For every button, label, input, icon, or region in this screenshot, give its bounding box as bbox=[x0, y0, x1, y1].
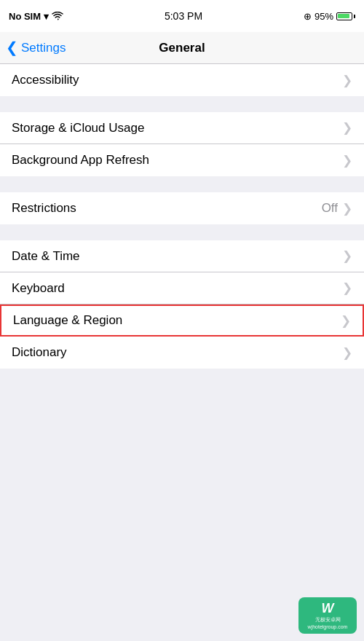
list-section-4: Date & Time ❯ Keyboard ❯ Language & Regi… bbox=[0, 240, 364, 369]
section-storage: Storage & iCloud Usage ❯ Background App … bbox=[0, 112, 364, 176]
status-time: 5:03 PM bbox=[165, 10, 202, 22]
back-button[interactable]: ❮ Settings bbox=[6, 41, 66, 55]
back-chevron-icon: ❮ bbox=[6, 40, 18, 55]
dictionary-right: ❯ bbox=[342, 345, 352, 361]
location-icon: ⊕ bbox=[304, 11, 312, 22]
spacer-2 bbox=[0, 176, 364, 192]
keyboard-chevron-icon: ❯ bbox=[342, 280, 352, 296]
list-item-storage-icloud[interactable]: Storage & iCloud Usage ❯ bbox=[0, 112, 364, 144]
storage-icloud-right: ❯ bbox=[342, 120, 352, 135]
keyboard-label: Keyboard bbox=[12, 281, 65, 296]
list-item-accessibility[interactable]: Accessibility ❯ bbox=[0, 64, 364, 96]
keyboard-right: ❯ bbox=[342, 280, 352, 296]
background-app-chevron-icon: ❯ bbox=[342, 153, 352, 168]
background-app-refresh-label: Background App Refresh bbox=[12, 153, 149, 168]
list-item-restrictions[interactable]: Restrictions Off ❯ bbox=[0, 192, 364, 224]
spacer-1 bbox=[0, 96, 364, 112]
storage-icloud-chevron-icon: ❯ bbox=[342, 120, 352, 135]
battery-icon bbox=[336, 12, 355, 20]
date-time-right: ❯ bbox=[342, 248, 352, 264]
wifi-signal-icon bbox=[52, 12, 63, 20]
status-bar: No SIM ▾ 5:03 PM ⊕ 95% bbox=[0, 0, 364, 32]
section-date-keyboard: Date & Time ❯ Keyboard ❯ Language & Regi… bbox=[0, 240, 364, 369]
section-restrictions: Restrictions Off ❯ bbox=[0, 192, 364, 224]
language-region-chevron-icon: ❯ bbox=[341, 313, 351, 329]
list-item-language-region[interactable]: Language & Region ❯ bbox=[0, 304, 364, 337]
dictionary-label: Dictionary bbox=[12, 345, 67, 360]
list-item-background-app-refresh[interactable]: Background App Refresh ❯ bbox=[0, 144, 364, 176]
restrictions-right: Off ❯ bbox=[322, 201, 352, 216]
nav-bar: ❮ Settings General bbox=[0, 32, 364, 64]
section-accessibility: Accessibility ❯ bbox=[0, 64, 364, 96]
restrictions-chevron-icon: ❯ bbox=[342, 201, 352, 216]
accessibility-label: Accessibility bbox=[12, 73, 79, 87]
battery-percent: 95% bbox=[314, 11, 333, 22]
dictionary-chevron-icon: ❯ bbox=[342, 345, 352, 361]
wifi-icon: ▾ bbox=[44, 11, 49, 22]
page-title: General bbox=[159, 41, 205, 55]
watermark: W 无极安卓网wjhotelgroup.com bbox=[298, 597, 357, 634]
restrictions-value: Off bbox=[322, 201, 338, 216]
carrier-text: No SIM bbox=[9, 11, 41, 22]
list-item-date-time[interactable]: Date & Time ❯ bbox=[0, 240, 364, 272]
language-region-label: Language & Region bbox=[13, 313, 122, 328]
status-carrier: No SIM ▾ bbox=[9, 11, 63, 22]
list-item-dictionary[interactable]: Dictionary ❯ bbox=[0, 337, 364, 369]
date-time-chevron-icon: ❯ bbox=[342, 248, 352, 264]
spacer-3 bbox=[0, 224, 364, 240]
list-section-1: Accessibility ❯ bbox=[0, 64, 364, 96]
status-right: ⊕ 95% bbox=[304, 11, 355, 22]
storage-icloud-label: Storage & iCloud Usage bbox=[12, 121, 144, 135]
date-time-label: Date & Time bbox=[12, 249, 80, 264]
list-section-3: Restrictions Off ❯ bbox=[0, 192, 364, 224]
watermark-text: 无极安卓网wjhotelgroup.com bbox=[308, 616, 348, 629]
accessibility-right: ❯ bbox=[342, 73, 352, 88]
list-section-2: Storage & iCloud Usage ❯ Background App … bbox=[0, 112, 364, 176]
language-region-right: ❯ bbox=[341, 313, 351, 329]
restrictions-label: Restrictions bbox=[12, 201, 76, 216]
background-app-right: ❯ bbox=[342, 153, 352, 168]
back-label: Settings bbox=[21, 41, 66, 55]
accessibility-chevron-icon: ❯ bbox=[342, 73, 352, 88]
list-item-keyboard[interactable]: Keyboard ❯ bbox=[0, 272, 364, 304]
